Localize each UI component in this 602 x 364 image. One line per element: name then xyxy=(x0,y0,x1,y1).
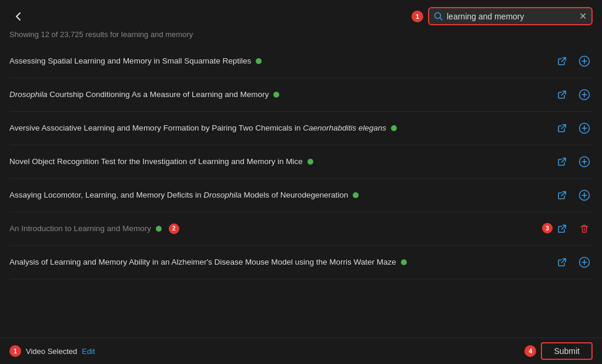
result-actions xyxy=(554,187,593,203)
result-left: An Introduction to Learning and Memory 2 xyxy=(9,223,548,235)
action-badge: 3 xyxy=(542,223,553,233)
external-link-button[interactable] xyxy=(554,86,570,103)
list-item: Assessing Spatial Learning and Memory in… xyxy=(9,45,593,78)
video-selected-text: Video Selected xyxy=(26,347,77,356)
main-container: 1 ✕ Showing 12 of 23,725 results for lea… xyxy=(0,0,602,364)
result-left: Drosophila Courtship Conditioning As a M… xyxy=(9,89,554,101)
footer: 1 Video Selected Edit 4 Submit xyxy=(0,338,602,364)
add-button[interactable] xyxy=(576,187,593,203)
list-item: Drosophila Courtship Conditioning As a M… xyxy=(9,78,593,112)
header: 1 ✕ xyxy=(0,0,602,30)
search-input[interactable] xyxy=(447,12,576,21)
result-title: Assaying Locomotor, Learning, and Memory… xyxy=(9,190,348,201)
delete-button[interactable] xyxy=(576,221,593,237)
external-link-button[interactable] xyxy=(554,53,570,69)
result-title: Assessing Spatial Learning and Memory in… xyxy=(9,56,251,67)
availability-dot xyxy=(401,259,407,265)
result-left: Novel Object Recognition Test for the In… xyxy=(9,156,554,168)
add-button[interactable] xyxy=(576,153,593,170)
results-list: Assessing Spatial Learning and Memory in… xyxy=(0,45,602,312)
result-left: Assaying Locomotor, Learning, and Memory… xyxy=(9,190,554,201)
list-item-selected: An Introduction to Learning and Memory 2… xyxy=(9,212,593,246)
result-left: Assessing Spatial Learning and Memory in… xyxy=(9,56,554,67)
result-title: Drosophila Courtship Conditioning As a M… xyxy=(9,89,269,101)
add-button[interactable] xyxy=(576,86,593,103)
external-link-button[interactable] xyxy=(554,120,570,136)
result-left: Analysis of Learning and Memory Ability … xyxy=(9,257,554,268)
result-actions xyxy=(554,153,593,170)
result-actions xyxy=(554,86,593,103)
list-item: Novel Object Recognition Test for the In… xyxy=(9,145,593,179)
external-link-button[interactable] xyxy=(554,153,570,170)
result-title: An Introduction to Learning and Memory xyxy=(9,223,151,235)
submit-button[interactable]: Submit xyxy=(541,342,593,360)
result-title: Novel Object Recognition Test for the In… xyxy=(9,156,303,168)
availability-dot xyxy=(256,58,262,64)
search-icon xyxy=(434,12,443,21)
availability-dot xyxy=(273,92,279,98)
search-badge: 1 xyxy=(412,11,423,22)
add-button[interactable] xyxy=(576,120,593,136)
clear-search-button[interactable]: ✕ xyxy=(579,11,587,22)
availability-dot xyxy=(391,125,397,131)
external-link-button[interactable] xyxy=(554,254,570,271)
list-item: Assaying Locomotor, Learning, and Memory… xyxy=(9,179,593,212)
availability-dot xyxy=(156,226,162,232)
submit-badge: 4 xyxy=(524,345,536,357)
availability-dot xyxy=(353,192,359,198)
edit-button[interactable]: Edit xyxy=(82,347,95,356)
result-left: Aversive Associative Learning and Memory… xyxy=(9,123,554,134)
search-box: ✕ xyxy=(428,7,593,25)
external-link-button[interactable] xyxy=(554,187,570,203)
footer-right: 4 Submit xyxy=(524,342,593,360)
item-badge: 2 xyxy=(169,223,179,234)
list-item: Aversive Associative Learning and Memory… xyxy=(9,112,593,145)
result-actions xyxy=(554,53,593,69)
search-wrapper: 1 ✕ xyxy=(412,7,593,25)
add-button[interactable] xyxy=(576,53,593,69)
result-title: Analysis of Learning and Memory Ability … xyxy=(9,257,396,268)
result-title: Aversive Associative Learning and Memory… xyxy=(9,123,386,134)
add-button[interactable] xyxy=(576,254,593,271)
list-item: Analysis of Learning and Memory Ability … xyxy=(9,246,593,279)
availability-dot xyxy=(307,159,313,165)
footer-badge: 1 xyxy=(9,345,21,357)
back-button[interactable] xyxy=(9,8,27,25)
results-count: Showing 12 of 23,725 results for learnin… xyxy=(0,30,602,45)
result-actions xyxy=(554,254,593,271)
result-actions xyxy=(554,120,593,136)
footer-left: 1 Video Selected Edit xyxy=(9,345,95,357)
result-actions: 3 xyxy=(548,221,593,237)
external-link-button[interactable] xyxy=(554,221,570,237)
